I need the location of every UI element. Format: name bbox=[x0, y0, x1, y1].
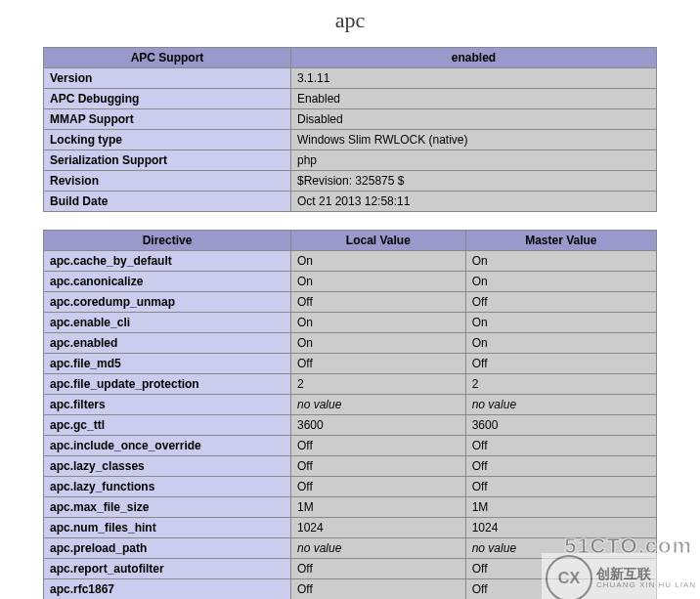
info-value: php bbox=[291, 150, 657, 171]
header-apc-support: APC Support bbox=[44, 48, 291, 68]
table-row: Revision$Revision: 325875 $ bbox=[44, 171, 657, 192]
logo-text-small: CHUANG XIN HU LIAN bbox=[596, 581, 696, 590]
local-value: no value bbox=[291, 395, 466, 415]
local-value: no value bbox=[291, 538, 466, 559]
master-value: 3600 bbox=[465, 415, 656, 436]
directive-name: apc.num_files_hint bbox=[44, 518, 291, 538]
table-row: apc.lazy_classesOffOff bbox=[44, 456, 657, 477]
table-row: apc.enabledOnOn bbox=[44, 333, 657, 354]
directive-name: apc.include_once_override bbox=[44, 436, 291, 456]
directive-name: apc.cache_by_default bbox=[44, 251, 291, 272]
local-value: 2 bbox=[291, 374, 466, 395]
table-row: apc.file_md5OffOff bbox=[44, 354, 657, 374]
table-row: apc.cache_by_defaultOnOn bbox=[44, 251, 657, 272]
table-row: apc.lazy_functionsOffOff bbox=[44, 477, 657, 497]
info-key: Build Date bbox=[44, 192, 291, 212]
local-value: On bbox=[291, 251, 466, 272]
local-value: 1M bbox=[291, 497, 466, 518]
local-value: On bbox=[291, 313, 466, 333]
local-value: On bbox=[291, 333, 466, 354]
table-row: apc.max_file_size1M1M bbox=[44, 497, 657, 518]
table-row: apc.file_update_protection22 bbox=[44, 374, 657, 395]
master-value: Off bbox=[465, 477, 656, 497]
logo-icon: CX bbox=[546, 555, 592, 599]
directive-name: apc.gc_ttl bbox=[44, 415, 291, 436]
master-value: 1M bbox=[465, 497, 656, 518]
directive-name: apc.lazy_functions bbox=[44, 477, 291, 497]
local-value: Off bbox=[291, 354, 466, 374]
table-row: Version3.1.11 bbox=[44, 68, 657, 89]
table-row: apc.coredump_unmapOffOff bbox=[44, 292, 657, 313]
directive-name: apc.max_file_size bbox=[44, 497, 291, 518]
table-row: Build DateOct 21 2013 12:58:11 bbox=[44, 192, 657, 212]
table-row: MMAP SupportDisabled bbox=[44, 109, 657, 130]
info-value: Oct 21 2013 12:58:11 bbox=[291, 192, 657, 212]
directive-name: apc.lazy_classes bbox=[44, 456, 291, 477]
info-value: $Revision: 325875 $ bbox=[291, 171, 657, 192]
info-key: MMAP Support bbox=[44, 109, 291, 130]
directive-name: apc.rfc1867 bbox=[44, 579, 291, 600]
table-row: apc.filtersno valueno value bbox=[44, 395, 657, 415]
table-header-row: Directive Local Value Master Value bbox=[44, 231, 657, 251]
table-row: Locking typeWindows Slim RWLOCK (native) bbox=[44, 130, 657, 150]
logo-text: 创新互联 CHUANG XIN HU LIAN bbox=[596, 567, 696, 590]
master-value: Off bbox=[465, 456, 656, 477]
table-row: APC DebuggingEnabled bbox=[44, 89, 657, 109]
master-value: On bbox=[465, 333, 656, 354]
master-value: On bbox=[465, 313, 656, 333]
module-title: apc bbox=[0, 8, 700, 33]
info-value: 3.1.11 bbox=[291, 68, 657, 89]
logo-watermark: CX 创新互联 CHUANG XIN HU LIAN bbox=[542, 553, 700, 599]
table-row: Serialization Supportphp bbox=[44, 150, 657, 171]
directive-name: apc.filters bbox=[44, 395, 291, 415]
table-row: apc.gc_ttl36003600 bbox=[44, 415, 657, 436]
info-value: Enabled bbox=[291, 89, 657, 109]
info-key: Version bbox=[44, 68, 291, 89]
directive-name: apc.file_update_protection bbox=[44, 374, 291, 395]
info-key: Revision bbox=[44, 171, 291, 192]
directive-name: apc.coredump_unmap bbox=[44, 292, 291, 313]
directive-name: apc.enabled bbox=[44, 333, 291, 354]
table-row: apc.enable_cliOnOn bbox=[44, 313, 657, 333]
master-value: On bbox=[465, 251, 656, 272]
directive-name: apc.canonicalize bbox=[44, 272, 291, 292]
master-value: Off bbox=[465, 354, 656, 374]
local-value: 3600 bbox=[291, 415, 466, 436]
info-value: Windows Slim RWLOCK (native) bbox=[291, 130, 657, 150]
master-value: no value bbox=[465, 395, 656, 415]
local-value: Off bbox=[291, 477, 466, 497]
directive-name: apc.file_md5 bbox=[44, 354, 291, 374]
info-key: Serialization Support bbox=[44, 150, 291, 171]
apc-support-table: APC Support enabled Version3.1.11APC Deb… bbox=[43, 47, 657, 212]
table-header-row: APC Support enabled bbox=[44, 48, 657, 68]
local-value: Off bbox=[291, 436, 466, 456]
directive-name: apc.preload_path bbox=[44, 538, 291, 559]
master-value: Off bbox=[465, 436, 656, 456]
info-key: Locking type bbox=[44, 130, 291, 150]
master-value: Off bbox=[465, 292, 656, 313]
local-value: Off bbox=[291, 559, 466, 579]
header-local-value: Local Value bbox=[291, 231, 466, 251]
local-value: On bbox=[291, 272, 466, 292]
header-directive: Directive bbox=[44, 231, 291, 251]
table-row: apc.include_once_overrideOffOff bbox=[44, 436, 657, 456]
header-enabled: enabled bbox=[291, 48, 657, 68]
directive-name: apc.enable_cli bbox=[44, 313, 291, 333]
info-key: APC Debugging bbox=[44, 89, 291, 109]
table-row: apc.canonicalizeOnOn bbox=[44, 272, 657, 292]
master-value: On bbox=[465, 272, 656, 292]
directive-name: apc.report_autofilter bbox=[44, 559, 291, 579]
local-value: Off bbox=[291, 579, 466, 600]
local-value: Off bbox=[291, 456, 466, 477]
local-value: Off bbox=[291, 292, 466, 313]
header-master-value: Master Value bbox=[465, 231, 656, 251]
info-value: Disabled bbox=[291, 109, 657, 130]
logo-text-big: 创新互联 bbox=[596, 567, 696, 581]
master-value: 2 bbox=[465, 374, 656, 395]
local-value: 1024 bbox=[291, 518, 466, 538]
